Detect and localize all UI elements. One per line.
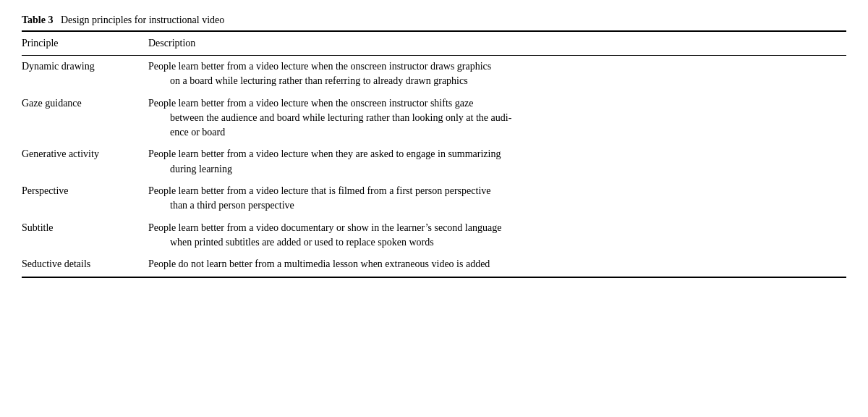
description-line: than a third person perspective (148, 198, 841, 213)
description-line: when printed subtitles are added or used… (148, 235, 841, 250)
table-row: SubtitlePeople learn better from a video… (22, 217, 846, 254)
caption-text (56, 14, 61, 25)
table-row: Gaze guidancePeople learn better from a … (22, 93, 846, 144)
table-row: PerspectivePeople learn better from a vi… (22, 180, 846, 217)
col-header-description: Description (148, 31, 846, 56)
table-body: Dynamic drawingPeople learn better from … (22, 56, 846, 277)
principle-cell: Seductive details (22, 253, 148, 277)
table-label: Table 3 (22, 14, 53, 25)
table-header: Principle Description (22, 31, 846, 56)
table-row: Generative activityPeople learn better f… (22, 143, 846, 180)
description-cell: People do not learn better from a multim… (148, 253, 846, 277)
description-cell: People learn better from a video lecture… (148, 143, 846, 180)
description-cell: People learn better from a video lecture… (148, 93, 846, 144)
description-cell: People learn better from a video lecture… (148, 56, 846, 93)
description-line: People learn better from a video lecture… (148, 59, 841, 74)
table-caption: Table 3 Design principles for instructio… (22, 14, 846, 26)
table-row: Dynamic drawingPeople learn better from … (22, 56, 846, 93)
principle-cell: Dynamic drawing (22, 56, 148, 93)
principle-cell: Subtitle (22, 217, 148, 254)
description-cell: People learn better from a video lecture… (148, 180, 846, 217)
principle-cell: Generative activity (22, 143, 148, 180)
description-line: People learn better from a video lecture… (148, 96, 841, 111)
header-row: Principle Description (22, 31, 846, 56)
description-cell: People learn better from a video documen… (148, 217, 846, 254)
main-table: Principle Description Dynamic drawingPeo… (22, 30, 846, 278)
description-line: on a board while lecturing rather than r… (148, 74, 841, 88)
description-line: ence or board (148, 125, 841, 140)
description-line: People learn better from a video documen… (148, 221, 841, 235)
principle-cell: Gaze guidance (22, 93, 148, 144)
description-line: between the audience and board while lec… (148, 111, 841, 125)
description-line: People learn better from a video lecture… (148, 184, 841, 198)
description-line: People learn better from a video lecture… (148, 147, 841, 161)
description-line: during learning (148, 162, 841, 177)
table-row: Seductive detailsPeople do not learn bet… (22, 253, 846, 277)
col-header-principle: Principle (22, 31, 148, 56)
description-line: People do not learn better from a multim… (148, 257, 841, 271)
caption-title: Design principles for instructional vide… (61, 14, 224, 25)
principle-cell: Perspective (22, 180, 148, 217)
